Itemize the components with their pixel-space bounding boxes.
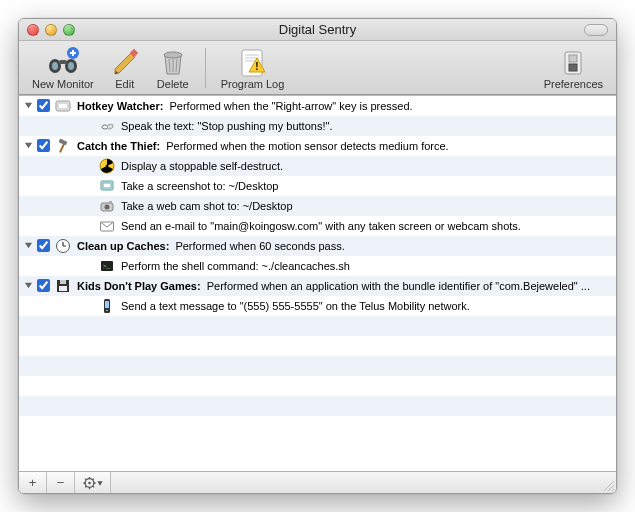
radiation-icon [99, 158, 115, 174]
action-text: Send a text message to "(555) 555-5555" … [121, 300, 470, 312]
monitor-enabled-checkbox[interactable] [37, 139, 51, 153]
empty-row [19, 376, 616, 396]
action-text: Take a web cam shot to: ~/Desktop [121, 200, 293, 212]
svg-point-25 [102, 125, 108, 129]
empty-row [19, 336, 616, 356]
toolbar-separator [205, 48, 206, 88]
program-log-label: Program Log [221, 78, 285, 90]
svg-rect-35 [109, 201, 112, 203]
terminal-icon: >_ [99, 258, 115, 274]
svg-marker-22 [25, 103, 32, 108]
svg-text:!: ! [255, 61, 258, 72]
resize-handle[interactable] [600, 472, 616, 493]
svg-rect-46 [59, 286, 67, 291]
key-icon [55, 98, 71, 114]
clock-icon [55, 238, 71, 254]
delete-button[interactable]: Delete [149, 44, 197, 92]
svg-rect-20 [569, 55, 577, 62]
monitor-title: Clean up Caches: Performed when 60 secon… [77, 240, 345, 252]
monitor-list[interactable]: Hotkey Watcher: Performed when the "Righ… [19, 95, 616, 471]
close-button[interactable] [27, 24, 39, 36]
empty-row [19, 356, 616, 376]
pencil-icon [109, 47, 141, 77]
svg-point-2 [52, 62, 58, 70]
action-text: Speak the text: "Stop pushing my buttons… [121, 120, 332, 132]
empty-row [19, 396, 616, 416]
action-text: Display a stoppable self-destruct. [121, 160, 283, 172]
footer-bar: + − [19, 471, 616, 493]
minimize-button[interactable] [45, 24, 57, 36]
svg-text:>_: >_ [103, 263, 111, 269]
svg-rect-27 [59, 143, 65, 152]
svg-point-9 [164, 52, 182, 58]
monitor-row[interactable]: Clean up Caches: Performed when 60 secon… [19, 236, 616, 256]
monitor-title: Hotkey Watcher: Performed when the "Righ… [77, 100, 413, 112]
monitor-title: Kids Don't Play Games: Performed when an… [77, 280, 590, 292]
empty-row [19, 316, 616, 336]
svg-rect-24 [58, 103, 68, 109]
svg-rect-48 [105, 301, 109, 308]
disclosure-triangle[interactable] [23, 280, 34, 291]
svg-rect-45 [60, 280, 66, 284]
action-row[interactable]: Display a stoppable self-destruct. [19, 156, 616, 176]
speak-icon [99, 118, 115, 134]
svg-marker-6 [115, 53, 135, 74]
add-button[interactable]: + [19, 472, 47, 493]
zoom-button[interactable] [63, 24, 75, 36]
preferences-button[interactable]: Preferences [537, 44, 610, 92]
remove-button[interactable]: − [47, 472, 75, 493]
camera-icon [99, 198, 115, 214]
svg-point-34 [105, 204, 110, 209]
mail-icon [99, 218, 115, 234]
app-window: Digital Sentry New Monitor Edit De [18, 18, 617, 494]
action-text: Send an e-mail to "main@koingosw.com" wi… [121, 220, 521, 232]
floppy-icon [55, 278, 71, 294]
toolbar-toggle-pill[interactable] [584, 24, 608, 36]
delete-label: Delete [157, 78, 189, 90]
svg-rect-21 [569, 64, 577, 71]
log-warning-icon: ! [237, 47, 269, 77]
svg-line-55 [612, 489, 614, 491]
monitor-enabled-checkbox[interactable] [37, 239, 51, 253]
monitor-row[interactable]: Hotkey Watcher: Performed when the "Righ… [19, 96, 616, 116]
trash-icon [157, 47, 189, 77]
svg-marker-26 [25, 143, 32, 148]
preferences-label: Preferences [544, 78, 603, 90]
action-row[interactable]: >_Perform the shell command: ~./cleancac… [19, 256, 616, 276]
edit-button[interactable]: Edit [101, 44, 149, 92]
svg-point-49 [106, 309, 108, 311]
disclosure-triangle[interactable] [23, 240, 34, 251]
svg-marker-37 [25, 243, 32, 248]
new-monitor-label: New Monitor [32, 78, 94, 90]
disclosure-triangle[interactable] [23, 100, 34, 111]
window-title: Digital Sentry [19, 22, 616, 37]
window-controls [27, 24, 75, 36]
screenshot-icon [99, 178, 115, 194]
disclosure-triangle[interactable] [23, 140, 34, 151]
monitor-enabled-checkbox[interactable] [37, 99, 51, 113]
monitor-row[interactable]: Kids Don't Play Games: Performed when an… [19, 276, 616, 296]
action-text: Take a screenshot to: ~/Desktop [121, 180, 278, 192]
action-row[interactable]: Take a screenshot to: ~/Desktop [19, 176, 616, 196]
action-menu-button[interactable] [75, 472, 111, 493]
action-row[interactable]: Send an e-mail to "main@koingosw.com" wi… [19, 216, 616, 236]
edit-label: Edit [115, 78, 134, 90]
switch-icon [557, 47, 589, 77]
action-row[interactable]: Take a web cam shot to: ~/Desktop [19, 196, 616, 216]
monitor-title: Catch the Thief: Performed when the moti… [77, 140, 449, 152]
toolbar: New Monitor Edit Delete ! Program Log [19, 41, 616, 95]
svg-point-51 [88, 481, 91, 484]
binoculars-plus-icon [47, 47, 79, 77]
action-row[interactable]: Send a text message to "(555) 555-5555" … [19, 296, 616, 316]
monitor-enabled-checkbox[interactable] [37, 279, 51, 293]
svg-rect-32 [103, 183, 111, 188]
phone-icon [99, 298, 115, 314]
titlebar: Digital Sentry [19, 19, 616, 41]
new-monitor-button[interactable]: New Monitor [25, 44, 101, 92]
svg-rect-4 [59, 60, 67, 64]
program-log-button[interactable]: ! Program Log [214, 44, 292, 92]
monitor-row[interactable]: Catch the Thief: Performed when the moti… [19, 136, 616, 156]
action-text: Perform the shell command: ~./cleancache… [121, 260, 350, 272]
action-row[interactable]: Speak the text: "Stop pushing my buttons… [19, 116, 616, 136]
svg-point-3 [68, 62, 74, 70]
